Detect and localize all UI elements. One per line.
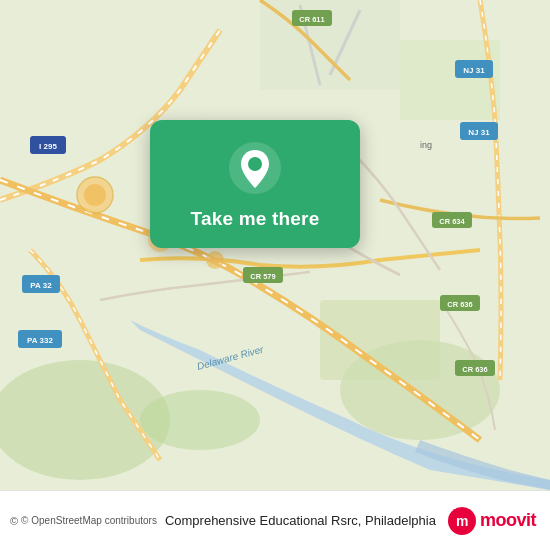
take-me-there-button[interactable]: Take me there: [191, 208, 320, 230]
moovit-logo: m moovit: [448, 507, 536, 535]
svg-text:CR 634: CR 634: [439, 217, 465, 226]
svg-point-36: [248, 157, 262, 171]
svg-point-4: [140, 390, 260, 450]
svg-text:CR 636: CR 636: [447, 300, 472, 309]
svg-rect-5: [400, 40, 500, 120]
moovit-icon: m: [448, 507, 476, 535]
svg-text:NJ 31: NJ 31: [463, 66, 485, 75]
svg-text:PA 332: PA 332: [27, 336, 53, 345]
take-me-there-card[interactable]: Take me there: [150, 120, 360, 248]
svg-text:NJ 31: NJ 31: [468, 128, 490, 137]
location-pin-icon: [229, 142, 281, 194]
svg-point-12: [206, 251, 224, 269]
svg-text:PA 32: PA 32: [30, 281, 52, 290]
bottom-bar: © © OpenStreetMap contributors Comprehen…: [0, 490, 550, 550]
attribution-text: © OpenStreetMap contributors: [21, 515, 157, 526]
svg-text:ing: ing: [420, 140, 432, 150]
svg-point-10: [84, 184, 106, 206]
svg-text:CR 611: CR 611: [299, 15, 324, 24]
attribution: © © OpenStreetMap contributors: [10, 515, 157, 527]
map-container: I 295 PA 32 PA 332 NJ 31 NJ 31 CR 611 CR…: [0, 0, 550, 490]
copyright-icon: ©: [10, 515, 18, 527]
svg-text:I 295: I 295: [39, 142, 57, 151]
moovit-label: moovit: [480, 510, 536, 531]
place-name: Comprehensive Educational Rsrc, Philadel…: [165, 513, 448, 528]
svg-text:CR 579: CR 579: [250, 272, 275, 281]
svg-text:CR 636: CR 636: [462, 365, 487, 374]
